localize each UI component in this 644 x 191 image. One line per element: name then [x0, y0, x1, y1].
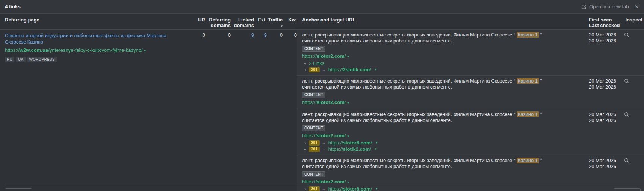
link-type: CONTENT — [302, 171, 550, 177]
link-entry: лент, раскрывающих малоизвестные секреты… — [297, 30, 644, 76]
anchor-target-cell: лент, раскрывающих малоизвестные секреты… — [297, 30, 644, 191]
anchor-highlight: Казино 1 — [517, 32, 539, 38]
anchor-highlight: Казино 1 — [517, 78, 539, 84]
footer-right-button[interactable] — [614, 188, 641, 191]
referring-page-title-link[interactable]: Секреты игорной индустрии и любопытные ф… — [5, 32, 175, 45]
table-row: Секреты игорной индустрии и любопытные ф… — [0, 30, 644, 191]
elbow-arrow-icon: ↳ — [303, 146, 307, 152]
content-badge: CONTENT — [302, 171, 325, 177]
anchor-text: лент, раскрывающих малоизвестные секреты… — [302, 158, 550, 170]
col-referring-page: Referring page — [0, 17, 180, 23]
referring-page-cell: Секреты игорной индустрии и любопытные ф… — [0, 30, 180, 191]
dates: 20 Mar 202620 Mar 2026 — [589, 78, 616, 90]
language-badge: RU — [5, 57, 14, 62]
linked-domains-value: 9 — [231, 30, 254, 191]
anchor-highlight: Казино 1 — [517, 158, 539, 163]
links-count-link[interactable]: 2 Links — [309, 60, 324, 66]
col-traffic-sort[interactable]: Traffic ▾ — [267, 17, 283, 29]
redirect-code-badge: 301 — [309, 147, 320, 152]
redirect-target-link[interactable]: https://slotor8.com/ — [328, 140, 372, 146]
dates: 20 Mar 202620 Mar 2026 — [589, 32, 616, 44]
target-url-link[interactable]: https://slotor2.com/▾ — [302, 99, 550, 106]
link-entry: лент, раскрывающих малоизвестные секреты… — [297, 109, 644, 155]
url-dropdown-caret-icon[interactable]: ▾ — [347, 101, 349, 105]
external-link-icon — [581, 4, 587, 9]
redirect-code-badge: 301 — [309, 140, 320, 146]
anchor-text: лент, раскрывающих малоизвестные секреты… — [302, 78, 550, 90]
url-dropdown-caret-icon[interactable]: ▾ — [347, 134, 349, 138]
url-dropdown-caret-icon[interactable]: ▾ — [375, 66, 377, 73]
inspect-icon[interactable] — [624, 78, 630, 84]
links-count-row: ↳2 Links — [302, 60, 550, 66]
elbow-arrow-icon: ↳ — [303, 140, 307, 146]
ext-value: 9 — [254, 30, 267, 191]
redirect-target-link[interactable]: https://2slotik.com/ — [328, 66, 371, 73]
first-seen-date: 20 Mar 2026 — [589, 32, 616, 38]
sort-caret-icon: ▾ — [281, 24, 283, 28]
inspect-icon[interactable] — [624, 158, 630, 164]
last-checked-date: 20 Mar 2026 — [589, 38, 616, 44]
anchor-text: лент, раскрывающих малоизвестные секреты… — [302, 32, 550, 44]
referring-page-url-link[interactable]: https://w2w.com.ua/ynteresnye-fakty-o-ku… — [5, 47, 175, 54]
right-arrow-icon: → — [322, 146, 326, 152]
redirect-row: ↳301→https://slotik2.com/▾ — [302, 146, 550, 152]
table-footer — [5, 183, 644, 191]
dates: 20 Mar 202620 Mar 2026 — [589, 158, 616, 170]
col-linked-domains: Linked domains — [231, 17, 254, 28]
kw-value: 0 — [283, 30, 297, 191]
col-inspect: Inspect — [625, 17, 642, 23]
col-ext: Ext. — [254, 17, 267, 23]
dates: 20 Mar 202620 Mar 2026 — [589, 111, 616, 123]
url-dropdown-caret-icon[interactable]: ▾ — [375, 146, 377, 152]
col-referring-domains: Referring domains — [205, 17, 231, 28]
target-url-link[interactable]: https://slotor2.com/▾ — [302, 132, 550, 140]
link-entry: лент, раскрывающих малоизвестные секреты… — [297, 76, 644, 109]
col-anchor: Anchor and target URL — [302, 17, 355, 23]
elbow-arrow-icon: ↳ — [303, 60, 307, 66]
col-ur: UR — [180, 17, 205, 23]
inspect-icon[interactable] — [624, 32, 630, 38]
target-url-link[interactable]: https://slotor2.com/▾ — [302, 53, 550, 60]
panel-header-actions: Open in a new tab × — [581, 3, 639, 10]
elbow-arrow-icon: ↳ — [303, 66, 307, 73]
col-anchor-area: Anchor and target URL First seen Last ch… — [297, 17, 644, 23]
url-dropdown-caret-icon[interactable]: ▾ — [347, 55, 349, 59]
open-in-new-tab-button[interactable]: Open in a new tab — [581, 4, 629, 9]
redirect-target-link[interactable]: https://slotik2.com/ — [328, 146, 371, 152]
url-dropdown-caret-icon[interactable]: ▾ — [144, 49, 146, 53]
table-header: Referring page UR Referring domains Link… — [0, 14, 644, 30]
links-panel: 4 links Open in a new tab × Referring pa… — [0, 0, 644, 191]
first-seen-date: 20 Mar 2026 — [589, 111, 616, 117]
right-arrow-icon: → — [322, 140, 326, 146]
link-type: CONTENT — [302, 125, 550, 131]
traffic-value: 0 — [267, 30, 283, 191]
inspect-icon[interactable] — [624, 112, 630, 117]
anchor-highlight: Казино 1 — [517, 111, 539, 117]
page-badges: RU UK WORDPRESS — [5, 57, 175, 62]
col-first-seen: First seen Last checked — [589, 17, 620, 28]
close-icon[interactable]: × — [634, 3, 639, 10]
link-type: CONTENT — [302, 92, 550, 98]
ur-value: 0 — [180, 30, 205, 191]
footer-left-button[interactable] — [5, 188, 32, 191]
content-badge: CONTENT — [302, 125, 325, 131]
link-type: CONTENT — [302, 45, 550, 52]
col-kw: Kw. — [283, 17, 297, 23]
platform-badge: WORDPRESS — [27, 57, 57, 62]
panel-title: 4 links — [5, 4, 21, 9]
last-checked-date: 20 Mar 2026 — [589, 164, 616, 169]
right-arrow-icon: → — [322, 66, 326, 73]
referring-domains-value: 0 — [205, 30, 231, 191]
url-dropdown-caret-icon[interactable]: ▾ — [376, 140, 378, 146]
redirect-code-badge: 301 — [309, 67, 320, 72]
content-badge: CONTENT — [302, 46, 325, 52]
first-seen-date: 20 Mar 2026 — [589, 158, 616, 163]
first-seen-date: 20 Mar 2026 — [589, 78, 616, 84]
content-badge: CONTENT — [302, 92, 325, 98]
open-in-new-tab-label: Open in a new tab — [589, 4, 629, 9]
anchor-text: лент, раскрывающих малоизвестные секреты… — [302, 111, 550, 123]
language-badge: UK — [16, 57, 26, 62]
last-checked-date: 20 Mar 2026 — [589, 117, 616, 123]
redirect-row: ↳301→https://slotor8.com/▾ — [302, 140, 550, 146]
last-checked-date: 20 Mar 2026 — [589, 84, 616, 90]
